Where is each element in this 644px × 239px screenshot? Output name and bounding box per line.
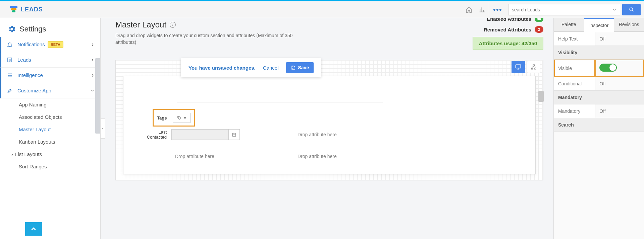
canvas-block[interactable] — [177, 76, 383, 102]
calendar-icon — [232, 132, 236, 137]
inner-canvas[interactable]: Tags ▾ Last Contacted Drop attribute her… — [123, 76, 536, 174]
unsaved-toolbar: You have unsaved changes. Cancel Save — [181, 58, 321, 77]
chevron-right-icon: › — [11, 151, 13, 157]
svg-point-0 — [630, 8, 633, 11]
sidebar-item-label: Leads — [17, 57, 31, 63]
page-title: Master Layout — [115, 20, 166, 29]
drop-zone[interactable]: Drop attribute here — [175, 154, 214, 159]
page-description: Drag and drop widgets to create your cus… — [115, 32, 293, 46]
svg-rect-4 — [531, 68, 533, 69]
sidebar-item-leads[interactable]: Leads › — [0, 52, 100, 68]
chevron-right-icon: › — [92, 41, 94, 48]
sitemap-icon — [531, 64, 537, 70]
tags-label: Tags — [157, 115, 167, 121]
app-title: LEADS — [21, 6, 43, 13]
monitor-icon — [515, 64, 522, 70]
svg-rect-2 — [516, 65, 521, 68]
caret-down-icon: ▾ — [184, 115, 186, 121]
chevron-right-icon: › — [92, 56, 94, 63]
desktop-view-button[interactable] — [512, 61, 525, 73]
settings-header: Settings — [0, 21, 100, 37]
settings-title: Settings — [19, 25, 46, 33]
info-icon[interactable]: i — [170, 22, 176, 28]
sidebar-sub-sort-ranges[interactable]: Sort Ranges — [0, 160, 100, 173]
content-area: Master Layout i Drag and drop widgets to… — [105, 18, 553, 239]
search-dropdown-button[interactable] — [609, 4, 620, 15]
sidebar-sub-master-layout[interactable]: Master Layout — [0, 123, 100, 136]
list-icon — [7, 72, 13, 78]
calendar-button[interactable] — [228, 129, 240, 140]
svg-rect-5 — [535, 68, 536, 69]
enabled-attributes-row: Enabled Attributes 40 — [473, 18, 543, 22]
last-contacted-input[interactable] — [171, 129, 228, 140]
save-button-label: Save — [298, 65, 309, 70]
prop-section-mandatory: Mandatory — [554, 91, 644, 104]
drop-zone[interactable]: Drop attribute here — [298, 132, 337, 137]
chevron-right-icon: › — [92, 72, 94, 79]
sidebar-collapse-handle[interactable]: ‹ — [101, 118, 105, 139]
form-icon — [7, 57, 13, 63]
attributes-usage-box: Attributes usage: 42/350 — [473, 37, 543, 50]
inspector-properties: Help Text Off Visibility Visible Conditi… — [554, 32, 644, 132]
more-menu-icon[interactable] — [489, 2, 505, 18]
svg-rect-7 — [232, 133, 235, 136]
tree-view-button[interactable] — [527, 61, 540, 73]
canvas-scrollbar[interactable] — [538, 91, 544, 102]
sidebar-item-customize-app[interactable]: Customize App › — [0, 83, 100, 98]
tag-icon — [177, 115, 182, 120]
prop-section-visibility: Visibility — [554, 46, 644, 60]
removed-attributes-row: Removed Attributes 2 — [473, 26, 543, 33]
layout-canvas[interactable]: You have unsaved changes. Cancel Save — [115, 60, 543, 180]
last-contacted-label: Last Contacted — [139, 130, 167, 140]
chart-icon[interactable] — [475, 2, 489, 18]
sidebar-scrollbar[interactable] — [95, 58, 101, 134]
home-icon[interactable] — [462, 2, 475, 18]
removed-count-badge: 2 — [535, 26, 543, 33]
prop-row-help-text: Help Text Off — [554, 32, 644, 46]
funnel-logo-icon — [10, 6, 17, 13]
tab-inspector[interactable]: Inspector — [584, 18, 614, 32]
drop-zone[interactable]: Drop attribute here — [298, 154, 337, 159]
bell-icon — [7, 42, 13, 48]
tags-attribute[interactable]: Tags ▾ — [153, 109, 195, 127]
prop-row-visible[interactable]: Visible — [554, 60, 644, 77]
sidebar-item-label: Intelligence — [17, 72, 43, 78]
cancel-link[interactable]: Cancel — [263, 65, 279, 71]
tools-icon — [7, 88, 13, 94]
beta-badge: BETA — [48, 41, 63, 48]
chevron-up-icon — [30, 225, 37, 233]
sidebar-item-label: Notifications — [17, 42, 45, 47]
save-icon — [291, 65, 296, 70]
sidebar-sub-app-naming[interactable]: App Naming — [0, 98, 100, 111]
prop-row-mandatory: Mandatory Off — [554, 104, 644, 118]
scroll-up-button[interactable] — [25, 222, 42, 236]
sidebar-item-notifications[interactable]: Notifications BETA › — [0, 37, 100, 52]
save-button[interactable]: Save — [286, 62, 314, 73]
tab-palette[interactable]: Palette — [554, 18, 584, 32]
sidebar-sub-associated-objects[interactable]: Associated Objects — [0, 111, 100, 123]
sidebar-item-label: Customize App — [17, 88, 51, 93]
svg-point-6 — [178, 117, 179, 117]
header: LEADS — [0, 1, 644, 18]
sidebar-sub-list-layouts[interactable]: ›List Layouts — [0, 148, 100, 160]
unsaved-message: You have unsaved changes. — [189, 65, 256, 71]
svg-rect-3 — [533, 65, 535, 66]
sidebar-item-intelligence[interactable]: Intelligence › — [0, 68, 100, 83]
prop-section-search: Search — [554, 118, 644, 132]
gear-icon — [7, 25, 16, 33]
last-contacted-attribute[interactable]: Last Contacted — [139, 129, 240, 140]
search-input[interactable] — [508, 4, 609, 15]
tags-dropdown[interactable]: ▾ — [173, 113, 191, 123]
search-button[interactable] — [622, 4, 641, 15]
sidebar: Settings Notifications BETA › Leads › In… — [0, 18, 101, 239]
tab-revisions[interactable]: Revisions — [614, 18, 644, 32]
enabled-count-badge: 40 — [535, 18, 543, 22]
prop-row-conditional: Conditional Off — [554, 77, 644, 91]
visible-toggle[interactable] — [599, 64, 617, 72]
right-panel: Palette Inspector Revisions Help Text Of… — [553, 18, 644, 239]
sidebar-sub-kanban-layouts[interactable]: Kanban Layouts — [0, 136, 100, 148]
